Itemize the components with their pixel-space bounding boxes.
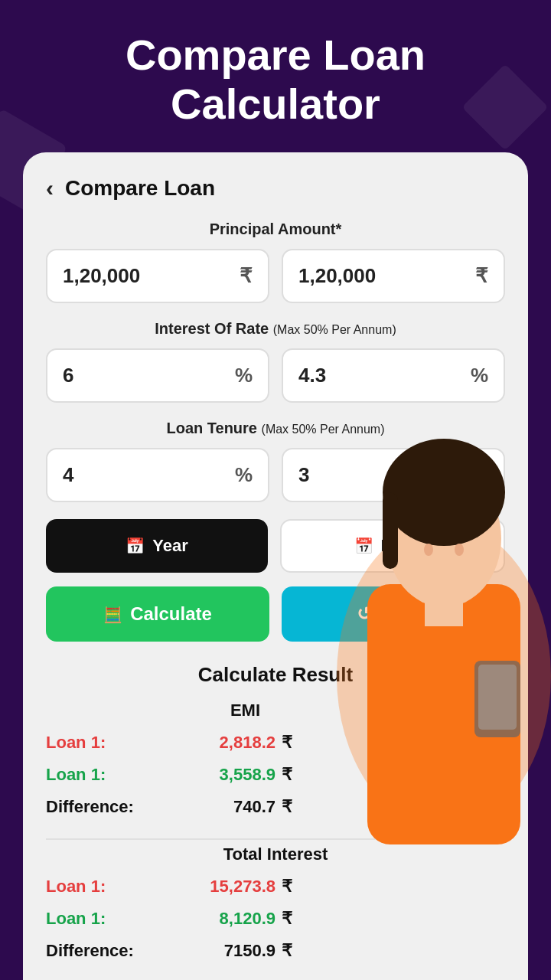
emi-loan1-row: Loan 1: 2,818.2 ₹ xyxy=(46,727,505,759)
principal-input-1[interactable]: 1,20,000 ₹ xyxy=(46,249,269,303)
results-title: Calculate Result xyxy=(46,663,505,687)
interest-diff-row: Difference: 7150.9 ₹ xyxy=(46,935,505,967)
principal-currency-1: ₹ xyxy=(240,264,253,288)
interest-loan2-value: 8,120.9 xyxy=(168,909,276,929)
tenure-input-1[interactable]: 4 % xyxy=(46,448,269,502)
interest-percent-2: % xyxy=(471,364,488,387)
interest-diff-label: Difference: xyxy=(46,941,168,961)
tenure-percent-1: % xyxy=(235,463,253,487)
interest-input-1[interactable]: 6 % xyxy=(46,348,269,403)
interest-diff-value: 7150.9 xyxy=(168,941,276,961)
emi-loan1-currency: ₹ xyxy=(282,733,292,753)
calculate-label: Calculate xyxy=(130,603,212,625)
principal-value-1: 1,20,000 xyxy=(63,264,140,288)
principal-value-2: 1,20,000 xyxy=(298,264,376,288)
year-button[interactable]: Year xyxy=(46,519,268,573)
interest-section: Total Interest Loan 1: 15,273.8 ₹ Loan 1… xyxy=(46,844,505,967)
principal-label: Principal Amount* xyxy=(46,220,505,238)
emi-loan2-label: Loan 1: xyxy=(46,765,168,785)
interest-label: Interest Of Rate (Max 50% Per Annum) xyxy=(46,320,505,338)
interest-loan1-value: 15,273.8 xyxy=(168,877,276,897)
calculator-icon xyxy=(103,603,122,625)
reset-icon xyxy=(357,603,372,625)
emi-loan2-value: 3,558.9 xyxy=(168,765,276,785)
tenure-label: Loan Tenure (Max 50% Per Annum) xyxy=(46,420,505,437)
tenure-value-1: 4 xyxy=(63,463,73,487)
principal-input-2[interactable]: 1,20,000 ₹ xyxy=(282,249,505,303)
tenure-value-2: 3 xyxy=(298,463,309,487)
period-toggle-row: Year Month xyxy=(46,519,505,573)
main-card: ‹ Compare Loan Principal Amount* 1,20,00… xyxy=(23,152,528,980)
app-title: Compare Loan Calculator xyxy=(15,31,536,129)
month-label: Month xyxy=(381,536,432,556)
total-interest-header: Total Interest xyxy=(46,844,505,864)
calendar-icon-month xyxy=(354,536,373,556)
emi-loan1-value: 2,818.2 xyxy=(168,733,276,753)
interest-value-2: 4.3 xyxy=(298,364,326,387)
emi-diff-value: 740.7 xyxy=(168,797,276,817)
interest-value-1: 6 xyxy=(63,364,73,387)
reset-label: Reset xyxy=(380,603,429,625)
app-header: Compare Loan Calculator xyxy=(0,0,551,152)
back-button[interactable]: ‹ xyxy=(46,175,54,201)
interest-input-2[interactable]: 4.3 % xyxy=(282,348,505,403)
calculate-button[interactable]: Calculate xyxy=(46,586,269,642)
reset-button[interactable]: Reset xyxy=(282,586,505,642)
interest-loan1-row: Loan 1: 15,273.8 ₹ xyxy=(46,871,505,903)
principal-row: 1,20,000 ₹ 1,20,000 ₹ xyxy=(46,249,505,303)
emi-diff-label: Difference: xyxy=(46,797,168,817)
interest-loan1-currency: ₹ xyxy=(282,877,292,897)
card-title: Compare Loan xyxy=(65,176,215,201)
interest-percent-1: % xyxy=(235,364,253,387)
year-label: Year xyxy=(152,536,188,556)
calendar-icon-year xyxy=(126,536,145,556)
action-row: Calculate Reset xyxy=(46,586,505,642)
interest-loan2-row: Loan 1: 8,120.9 ₹ xyxy=(46,903,505,935)
emi-loan1-label: Loan 1: xyxy=(46,733,168,753)
month-button[interactable]: Month xyxy=(280,519,505,573)
divider xyxy=(46,838,505,840)
interest-loan2-label: Loan 1: xyxy=(46,909,168,929)
interest-loan1-label: Loan 1: xyxy=(46,877,168,897)
emi-section: EMI Loan 1: 2,818.2 ₹ Loan 1: 3,558.9 ₹ … xyxy=(46,701,505,823)
interest-row: 6 % 4.3 % xyxy=(46,348,505,403)
principal-currency-2: ₹ xyxy=(475,264,488,288)
tenure-input-2[interactable]: 3 xyxy=(282,448,505,502)
emi-loan2-row: Loan 1: 3,558.9 ₹ xyxy=(46,759,505,791)
emi-loan2-currency: ₹ xyxy=(282,765,292,785)
tenure-row: 4 % 3 xyxy=(46,448,505,502)
interest-loan2-currency: ₹ xyxy=(282,909,292,929)
emi-column-header: EMI xyxy=(168,701,260,720)
emi-diff-row: Difference: 740.7 ₹ xyxy=(46,791,505,823)
emi-diff-currency: ₹ xyxy=(282,797,292,817)
card-header: ‹ Compare Loan xyxy=(46,175,505,201)
interest-diff-currency: ₹ xyxy=(282,941,292,961)
